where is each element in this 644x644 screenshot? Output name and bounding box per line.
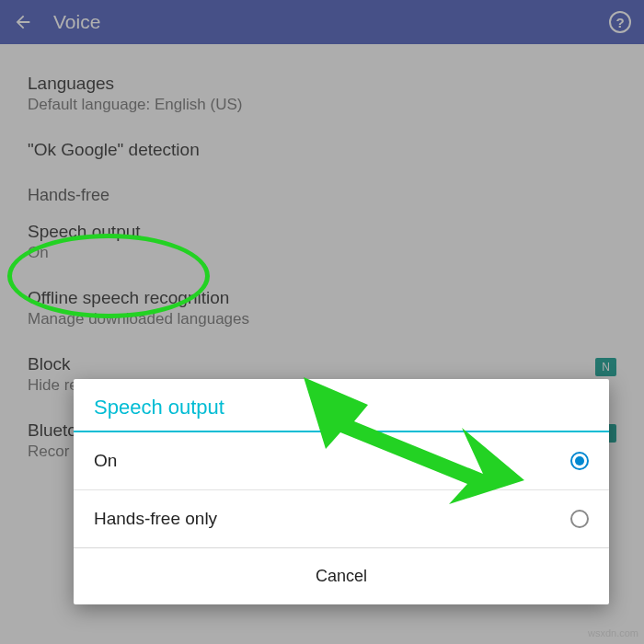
radio-icon[interactable] xyxy=(570,452,589,470)
radio-icon[interactable] xyxy=(570,510,589,528)
option-label: Hands-free only xyxy=(94,509,217,529)
watermark: wsxdn.com xyxy=(588,627,638,638)
dialog-title: Speech output xyxy=(74,379,609,431)
dialog-option-on[interactable]: On xyxy=(74,432,609,489)
option-label: On xyxy=(94,451,117,471)
cancel-button[interactable]: Cancel xyxy=(74,547,609,604)
dialog-option-hands-free-only[interactable]: Hands-free only xyxy=(74,490,609,547)
dialog-speech-output: Speech output On Hands-free only Cancel xyxy=(74,379,609,604)
